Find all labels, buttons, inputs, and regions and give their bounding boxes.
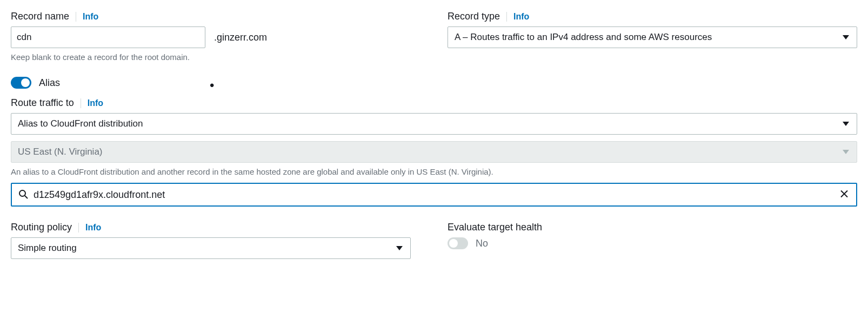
alias-toggle[interactable] [11,77,31,89]
divider [81,98,81,108]
record-type-info-link[interactable]: Info [513,12,529,22]
alias-target-value: Alias to CloudFront distribution [18,118,143,129]
evaluate-health-field: Evaluate target health No [448,222,857,259]
evaluate-health-toggle [448,237,468,249]
routing-policy-value: Simple routing [18,243,77,254]
caret-down-icon [843,122,849,126]
distribution-search-input[interactable] [34,189,832,201]
toggle-knob [449,239,458,248]
divider [78,223,79,233]
distribution-search-box[interactable] [11,183,857,207]
record-type-select[interactable]: A – Routes traffic to an IPv4 address an… [448,26,857,48]
region-select: US East (N. Virginia) [11,141,857,163]
record-name-label: Record name [11,11,69,22]
route-traffic-label-row: Route traffic to Info [11,97,857,109]
clear-button[interactable] [838,188,851,202]
svg-marker-7 [396,246,403,250]
search-icon [18,189,28,201]
record-type-label: Record type [448,11,500,22]
record-name-info-link[interactable]: Info [83,12,98,22]
evaluate-health-label: Evaluate target health [448,222,542,233]
alias-target-select[interactable]: Alias to CloudFront distribution [11,113,857,135]
alias-label: Alias [39,77,60,89]
divider [506,12,507,22]
record-type-value: A – Routes traffic to an IPv4 address an… [455,32,712,43]
caret-down-icon [843,35,849,39]
divider [76,12,76,22]
record-name-help: Keep blank to create a record for the ro… [11,52,422,62]
evaluate-health-label-row: Evaluate target health [448,222,857,233]
routing-policy-select[interactable]: Simple routing [11,237,411,259]
record-name-input-row: .ginzerr.com [11,26,422,48]
region-value: US East (N. Virginia) [18,147,103,157]
svg-marker-1 [843,122,849,126]
alias-toggle-row: Alias [11,77,857,89]
svg-line-4 [25,196,28,198]
routing-policy-field: Routing policy Info Simple routing [11,222,422,259]
domain-suffix: .ginzerr.com [214,32,267,43]
record-name-field: Record name Info .ginzerr.com Keep blank… [11,11,422,62]
routing-policy-label: Routing policy [11,222,72,233]
caret-down-icon [843,150,849,154]
caret-down-icon [396,246,403,250]
svg-point-3 [19,190,25,196]
toggle-knob [21,78,30,87]
record-name-label-row: Record name Info [11,11,422,22]
svg-marker-0 [843,35,849,39]
record-name-input[interactable] [11,26,205,48]
evaluate-health-value: No [476,238,488,249]
record-form: Record name Info .ginzerr.com Keep blank… [11,11,857,259]
record-type-label-row: Record type Info [448,11,857,22]
row-name-type: Record name Info .ginzerr.com Keep blank… [11,11,857,62]
route-traffic-info-link[interactable]: Info [88,98,103,108]
record-type-field: Record type Info A – Routes traffic to a… [448,11,857,62]
row-policy-health: Routing policy Info Simple routing Evalu… [11,222,857,259]
route-traffic-label: Route traffic to [11,97,74,109]
evaluate-health-toggle-row: No [448,237,857,249]
svg-marker-2 [843,150,849,154]
routing-policy-label-row: Routing policy Info [11,222,422,233]
route-traffic-section: Route traffic to Info Alias to CloudFron… [11,97,857,207]
region-help: An alias to a CloudFront distribution an… [11,167,857,176]
routing-policy-info-link[interactable]: Info [85,223,101,233]
